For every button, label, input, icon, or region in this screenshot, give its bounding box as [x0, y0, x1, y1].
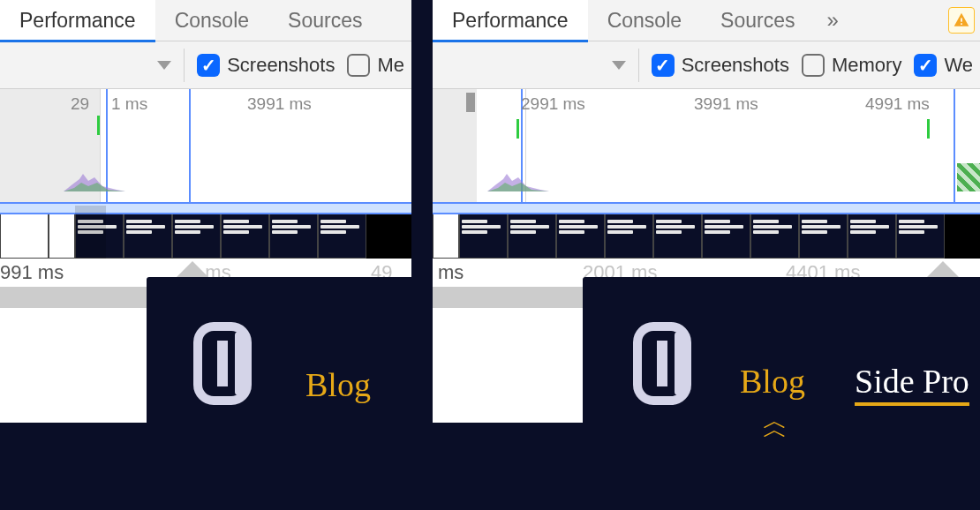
detail-tick: 991 ms: [0, 261, 64, 284]
svg-rect-3: [217, 341, 228, 386]
logo-icon: [630, 319, 701, 408]
memory-toggle[interactable]: Me: [347, 54, 404, 77]
overview-marker: [97, 116, 100, 135]
screenshots-label: Screenshots: [682, 54, 789, 77]
tab-performance[interactable]: Performance: [433, 0, 588, 41]
chevron-down-icon[interactable]: [157, 61, 171, 70]
screenshots-toggle[interactable]: Screenshots: [652, 54, 789, 77]
svg-rect-6: [657, 341, 667, 386]
overview-marker: [516, 119, 519, 139]
chevron-more-icon[interactable]: »: [814, 8, 850, 33]
memory-label: Me: [377, 54, 404, 77]
overview-playhead[interactable]: [189, 89, 191, 204]
tooltip-tail: [927, 261, 959, 277]
warning-icon: [953, 11, 970, 29]
overview-timeline[interactable]: 2991 ms 3991 ms 4991 ms: [433, 89, 980, 206]
tabs-bar: Performance Console Sources »: [433, 0, 980, 41]
toolbar: Screenshots Memory We: [433, 41, 980, 89]
nav-link-side-projects[interactable]: Side Pro: [855, 362, 969, 406]
svg-rect-1: [961, 23, 962, 25]
svg-rect-0: [961, 19, 962, 22]
memory-checkbox[interactable]: [347, 54, 370, 77]
filmstrip-dim: [75, 206, 106, 259]
overview-selection[interactable]: [433, 202, 980, 214]
overview-flame-icon: [64, 170, 125, 191]
overview-playhead[interactable]: [954, 89, 955, 204]
screenshot-preview-right: Blog Side Pro ︿ ︿: [583, 277, 980, 462]
nav-link-blog[interactable]: Blog: [305, 365, 371, 404]
tab-console[interactable]: Console: [155, 0, 268, 41]
web-label: We: [944, 54, 973, 77]
overview-tick: 2991 ms: [521, 94, 585, 114]
tab-sources[interactable]: Sources: [268, 0, 381, 41]
memory-label: Memory: [832, 54, 901, 77]
screenshots-checkbox[interactable]: [197, 54, 220, 77]
web-toggle[interactable]: We: [914, 54, 973, 77]
screenshots-checkbox[interactable]: [652, 54, 675, 77]
screenshot-preview-left: Blog: [147, 277, 422, 462]
tab-console[interactable]: Console: [588, 0, 701, 41]
divider: [184, 49, 185, 82]
screenshots-toggle[interactable]: Screenshots: [197, 54, 335, 77]
overview-tick: 1 ms: [111, 94, 147, 114]
tab-performance[interactable]: Performance: [0, 0, 155, 41]
chevron-down-icon[interactable]: [612, 61, 626, 70]
warning-badge[interactable]: [948, 7, 975, 34]
svg-rect-7: [675, 332, 687, 395]
logo-icon: [191, 319, 261, 408]
overview-handle[interactable]: [466, 93, 475, 112]
overview-flame-icon: [487, 170, 549, 191]
toolbar: Screenshots Me: [0, 41, 411, 89]
detail-tick: ms: [438, 261, 464, 284]
chevron-up-icon: ︿: [763, 413, 780, 446]
overview-tick: 3991 ms: [247, 94, 312, 114]
screenshots-label: Screenshots: [227, 54, 335, 77]
memory-checkbox[interactable]: [802, 54, 825, 77]
tooltip-tail: [177, 261, 208, 277]
overview-selection[interactable]: [0, 202, 411, 214]
divider: [638, 49, 639, 82]
tabs-bar: Performance Console Sources: [0, 0, 411, 41]
overview-timeline[interactable]: 29 1 ms 3991 ms: [0, 89, 411, 206]
web-checkbox[interactable]: [914, 54, 937, 77]
memory-toggle[interactable]: Memory: [802, 54, 901, 77]
overview-tick: 4991 ms: [865, 94, 930, 114]
overview-tick: 3991 ms: [694, 94, 758, 114]
overview-hatched-region: [957, 163, 980, 191]
svg-rect-4: [235, 332, 247, 395]
overview-marker: [927, 119, 930, 139]
overview-tick: 29: [71, 94, 89, 114]
tab-sources[interactable]: Sources: [701, 0, 814, 41]
nav-link-blog[interactable]: Blog: [740, 362, 805, 401]
